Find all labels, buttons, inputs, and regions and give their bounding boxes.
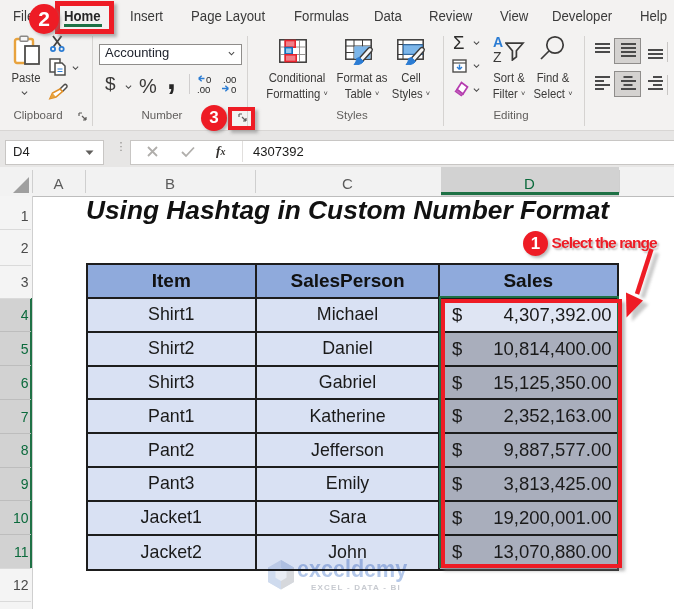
svg-text:.00: .00 <box>197 84 210 95</box>
svg-text:0: 0 <box>231 84 236 95</box>
